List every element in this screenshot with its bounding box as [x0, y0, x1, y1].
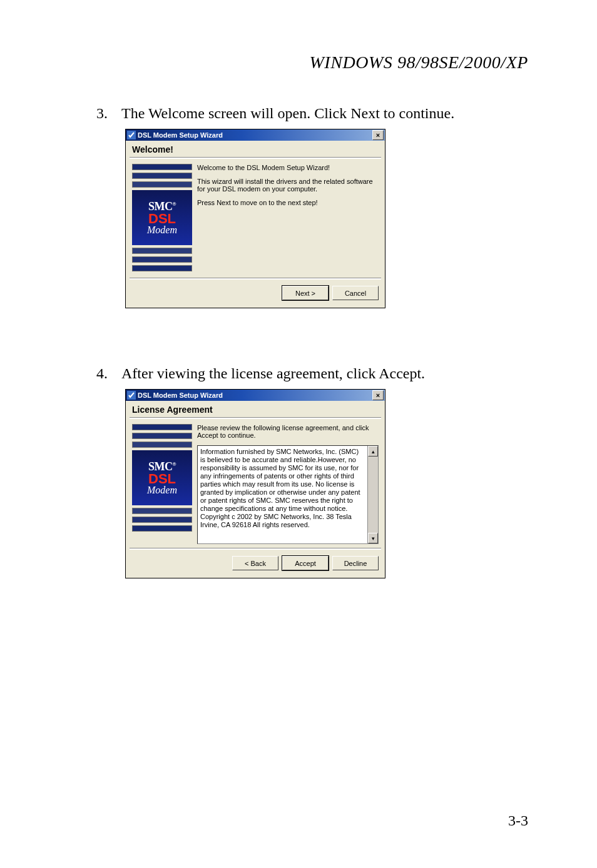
scrollbar[interactable]: ▴ ▾ — [367, 446, 378, 543]
back-button[interactable]: < Back — [232, 556, 278, 570]
step-4-text: After viewing the license agreement, cli… — [121, 365, 425, 381]
license-buttons: < Back Accept Decline — [126, 550, 385, 578]
license-title: DSL Modem Setup Wizard — [138, 391, 372, 399]
welcome-dialog: DSL Modem Setup Wizard × Welcome! SMC® D… — [125, 129, 385, 308]
accept-button[interactable]: Accept — [282, 556, 329, 570]
welcome-buttons: Next > Cancel — [126, 280, 385, 308]
scroll-track[interactable] — [368, 457, 378, 533]
smc-logo: SMC® DSL Modem — [132, 190, 192, 245]
close-button[interactable]: × — [372, 390, 384, 400]
decline-button[interactable]: Decline — [332, 556, 379, 570]
welcome-heading: Welcome! — [126, 141, 385, 157]
step-3: 3.The Welcome screen will open. Click Ne… — [96, 105, 454, 122]
welcome-title: DSL Modem Setup Wizard — [138, 131, 372, 139]
welcome-p2: This wizard will install the drivers and… — [197, 178, 379, 193]
scroll-down-button[interactable]: ▾ — [368, 533, 378, 543]
cancel-button[interactable]: Cancel — [332, 286, 379, 300]
license-textbox: Information furnished by SMC Networks, I… — [197, 445, 379, 544]
welcome-p1: Welcome to the DSL Modem Setup Wizard! — [197, 164, 379, 171]
close-button[interactable]: × — [372, 130, 384, 140]
step-4-number: 4. — [96, 365, 121, 382]
license-dialog: DSL Modem Setup Wizard × License Agreeme… — [125, 389, 385, 578]
brand-panel: SMC® DSL Modem — [132, 424, 192, 544]
step-3-text: The Welcome screen will open. Click Next… — [121, 105, 454, 121]
step-3-number: 3. — [96, 105, 121, 122]
license-text: Information furnished by SMC Networks, I… — [198, 446, 367, 543]
license-intro: Please review the following license agre… — [197, 424, 379, 439]
page-number: 3-3 — [508, 812, 528, 829]
welcome-titlebar: DSL Modem Setup Wizard × — [126, 129, 385, 141]
scroll-up-button[interactable]: ▴ — [368, 446, 378, 457]
next-button[interactable]: Next > — [282, 286, 329, 300]
step-4: 4.After viewing the license agreement, c… — [96, 365, 425, 382]
smc-logo: SMC® DSL Modem — [132, 450, 192, 505]
page-header: WINDOWS 98/98SE/2000/XP — [309, 53, 528, 73]
welcome-p3: Press Next to move on to the next step! — [197, 199, 379, 206]
brand-panel: SMC® DSL Modem — [132, 164, 192, 274]
app-icon — [127, 391, 136, 400]
app-icon — [127, 131, 136, 139]
license-heading: License Agreement — [126, 401, 385, 417]
license-titlebar: DSL Modem Setup Wizard × — [126, 390, 385, 401]
